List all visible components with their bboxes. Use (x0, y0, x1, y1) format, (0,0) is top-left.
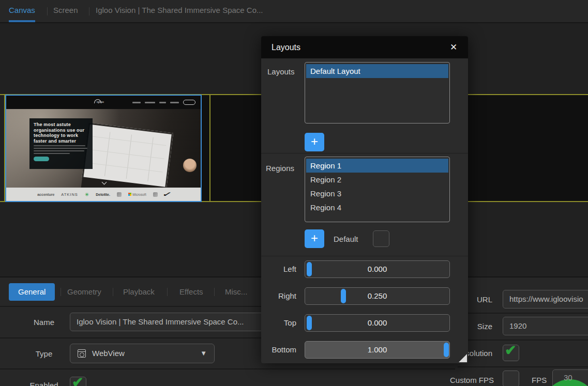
top-slider-value: 0.000 (305, 315, 449, 331)
row-divider (0, 368, 455, 369)
enabled-label: Enabled (16, 381, 72, 386)
type-label: Type (16, 349, 72, 358)
igloo-logo: igloo (94, 99, 104, 103)
right-slider-value: 0.250 (305, 288, 449, 304)
close-icon[interactable]: ✕ (445, 36, 462, 58)
active-tab-underline (9, 20, 35, 22)
tab-screen[interactable]: Screen (53, 0, 78, 22)
resolution-checkbox[interactable]: ✔ (503, 345, 519, 361)
right-slider[interactable]: 0.250 (305, 287, 450, 305)
microsoft-logo: Microsoft (128, 193, 146, 196)
top-slider-row: Top 0.000 (261, 314, 468, 332)
section-divider (261, 153, 468, 153)
nav-item-placeholder (145, 102, 155, 103)
top-tab-bar: Canvas Screen Igloo Vision | The Shared … (0, 0, 588, 23)
tab-canvas[interactable]: Canvas (9, 0, 35, 22)
custom-fps-label: Custom FPS (429, 376, 494, 384)
tab-screen-label: Screen (53, 6, 78, 14)
microsoft-logo-text: Microsoft (132, 193, 146, 196)
left-slider-handle[interactable] (307, 262, 312, 276)
name-input[interactable]: Igloo Vision | The Shared Immersive Spac… (70, 313, 290, 331)
default-label: Default (334, 235, 358, 243)
tab-playback[interactable]: Playback (123, 283, 155, 301)
type-dropdown-value: WebView (92, 344, 125, 363)
row-divider (458, 366, 588, 367)
type-dropdown[interactable]: WebView ▼ (70, 344, 215, 363)
hero-paragraph-line (34, 148, 87, 149)
right-slider-label: Right (261, 287, 296, 305)
list-item-region-4[interactable]: Region 4 (306, 200, 448, 214)
fps-input-value: 30 (564, 368, 572, 386)
check-icon: ✔ (72, 374, 84, 386)
add-region-button[interactable]: + (305, 229, 324, 248)
chevron-down-icon: ▼ (200, 344, 207, 363)
top-slider[interactable]: 0.000 (305, 314, 450, 332)
tab-divider (47, 7, 48, 16)
layouts-dialog: Layouts ✕ Layouts Default Layout + Regio… (261, 36, 468, 363)
nike-swoosh-logo: ✓ (161, 191, 173, 198)
tab-geometry[interactable]: Geometry (67, 283, 101, 301)
accenture-logo: accenture (37, 193, 54, 196)
list-item-default-layout[interactable]: Default Layout (306, 64, 448, 78)
tab-item-igloo-vision[interactable]: Igloo Vision | The Shared Immersive Spac… (96, 0, 263, 22)
tab-effects[interactable]: Effects (179, 283, 203, 301)
size-input[interactable]: 1920 (503, 317, 588, 335)
hero-cta-button (34, 157, 49, 161)
webview-icon (78, 349, 86, 358)
tab-canvas-label: Canvas (9, 6, 35, 14)
bottom-slider[interactable]: 1.000 (305, 341, 450, 359)
check-icon: ✔ (505, 342, 517, 359)
deloitte-logo: Deloitte. (96, 193, 110, 196)
partner-logo-strip: accenture ATKINS ✳ Deloitte. Microsoft ✓ (6, 188, 201, 201)
list-item-region-1[interactable]: Region 1 (306, 159, 448, 173)
right-slider-handle[interactable] (341, 289, 346, 303)
tab-divider (214, 288, 215, 296)
bottom-slider-row: Bottom 1.000 (261, 341, 468, 359)
hero-title: The most astute organisations use our te… (34, 122, 88, 144)
layouts-listbox[interactable]: Default Layout (305, 62, 450, 123)
igloo-logo-text: igloo (97, 100, 104, 103)
nav-item-placeholder (159, 102, 166, 103)
list-item-region-2[interactable]: Region 2 (306, 173, 448, 187)
tab-divider (89, 7, 89, 16)
regions-listbox[interactable]: Region 1 Region 2 Region 3 Region 4 (305, 157, 450, 222)
webview-item-preview[interactable]: igloo (5, 95, 202, 202)
add-layout-button[interactable]: + (305, 133, 324, 151)
tablet-screen (82, 122, 173, 188)
bottom-slider-label: Bottom (261, 341, 296, 359)
hero-text-box: The most astute organisations use our te… (29, 118, 93, 169)
hero-paragraph-line (34, 150, 84, 152)
bp-logo: ✳ (85, 192, 89, 197)
dialog-title: Layouts (272, 36, 300, 58)
tab-general[interactable]: General (9, 283, 55, 301)
left-slider-label: Left (261, 260, 296, 278)
enabled-checkbox[interactable]: ✔ (70, 377, 86, 386)
bottom-slider-handle[interactable] (444, 343, 449, 357)
url-input[interactable]: https://www.igloovisio (503, 290, 588, 308)
tab-divider (167, 288, 168, 296)
dialog-resize-handle[interactable] (459, 354, 467, 362)
partner-logo (153, 192, 158, 197)
left-slider-row: Left 0.000 (261, 260, 468, 278)
left-slider[interactable]: 0.000 (305, 260, 450, 278)
dialog-titlebar: Layouts ✕ (261, 36, 468, 58)
tab-divider (61, 288, 61, 296)
name-label: Name (16, 318, 72, 327)
list-item-region-3[interactable]: Region 3 (306, 187, 448, 200)
row-divider (458, 313, 588, 314)
left-slider-value: 0.000 (305, 261, 449, 277)
nav-item-placeholder (170, 102, 179, 103)
regions-section-label: Regions (266, 164, 294, 173)
tab-misc[interactable]: Misc... (225, 283, 247, 301)
right-slider-row: Right 0.250 (261, 287, 468, 305)
top-slider-handle[interactable] (307, 316, 312, 330)
top-slider-label: Top (261, 314, 296, 332)
default-checkbox[interactable] (373, 230, 389, 247)
fps-label: FPS (532, 376, 547, 384)
region-divider (209, 94, 210, 202)
tab-item-label: Igloo Vision | The Shared Immersive Spac… (96, 6, 263, 14)
layouts-section-label: Layouts (267, 67, 295, 76)
tab-divider (113, 288, 113, 296)
custom-fps-checkbox[interactable] (503, 370, 519, 386)
nav-cta-pill (183, 100, 195, 105)
